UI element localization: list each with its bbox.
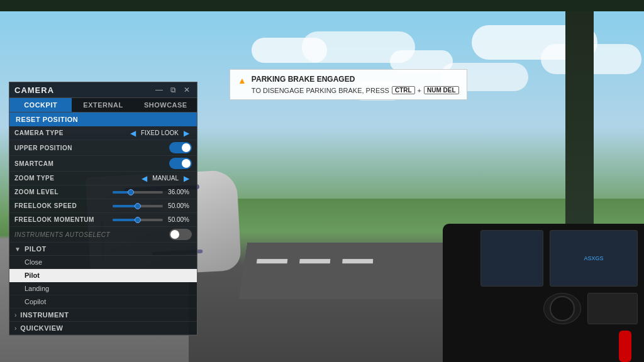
zoom-type-prev[interactable]: ◀ — [139, 174, 150, 183]
smartcam-toggle[interactable] — [169, 158, 192, 169]
zoom-level-value: 36.00% — [168, 189, 189, 195]
upper-position-toggle[interactable] — [169, 142, 192, 153]
panel-controls: — ⧉ ✕ — [154, 85, 192, 95]
camera-type-row: CAMERA TYPE ◀ FIXED LOOK ▶ — [9, 126, 197, 140]
autoselect-label: INSTRUMENTS AUTOSELECT — [14, 231, 169, 238]
pilot-chevron-icon: ▼ — [14, 246, 21, 253]
reset-position-button[interactable]: RESET POSITION — [9, 112, 197, 126]
zoom-level-label: ZOOM LEVEL — [14, 189, 103, 195]
round-instrument — [543, 293, 581, 324]
freelook-momentum-fill — [113, 219, 138, 221]
nav-instrument — [480, 230, 543, 287]
freelook-speed-row: FREELOOK SPEED 50.00% — [9, 199, 197, 213]
notification-content: ▲ PARKING BRAKE ENGAGED TO DISENGAGE PAR… — [238, 75, 459, 94]
zoom-level-slider-container: 36.00% — [103, 189, 192, 195]
freelook-speed-label: FREELOOK SPEED — [14, 202, 103, 209]
upper-position-row: UPPER POSITION — [9, 140, 197, 156]
popout-button[interactable]: ⧉ — [168, 85, 178, 95]
panel-titlebar: CAMERA — ⧉ ✕ — [9, 82, 197, 98]
freelook-momentum-row: FREELOOK MOMENTUM 50.00% — [9, 213, 197, 227]
tab-showcase[interactable]: SHOWCASE — [135, 98, 197, 112]
freelook-speed-value: 50.00% — [168, 202, 189, 209]
close-button[interactable]: ✕ — [182, 85, 192, 95]
zoom-type-row: ZOOM TYPE ◀ MANUAL ▶ — [9, 172, 197, 185]
pilot-item-landing[interactable]: Landing — [9, 282, 197, 295]
smartcam-label: SMARTCAM — [14, 160, 169, 167]
notification-text: PARKING BRAKE ENGAGED TO DISENGAGE PARKI… — [252, 75, 459, 94]
freelook-momentum-label: FREELOOK MOMENTUM — [14, 216, 103, 223]
minimize-button[interactable]: — — [154, 85, 164, 95]
key-numdel: NUM DEL — [424, 86, 459, 94]
freelook-speed-track[interactable] — [113, 205, 163, 207]
freelook-momentum-track[interactable] — [113, 219, 163, 221]
autoselect-row: INSTRUMENTS AUTOSELECT — [9, 227, 197, 243]
camera-type-label: CAMERA TYPE — [14, 129, 128, 136]
freelook-momentum-value: 50.00% — [168, 216, 189, 223]
freelook-speed-thumb[interactable] — [135, 203, 141, 209]
freelook-momentum-thumb[interactable] — [135, 217, 141, 223]
zoom-level-thumb[interactable] — [128, 189, 134, 195]
camera-type-value: FIXED LOOK — [141, 129, 179, 136]
key-ctrl: CTRL — [392, 86, 415, 94]
quickview-section-header[interactable]: › QUICKVIEW — [9, 322, 197, 335]
notification-plus: + — [418, 87, 421, 94]
autoselect-toggle[interactable] — [169, 229, 192, 240]
runway-marking — [299, 259, 330, 263]
zoom-type-next[interactable]: ▶ — [181, 174, 192, 183]
runway-marking — [257, 259, 288, 263]
camera-type-prev[interactable]: ◀ — [128, 129, 138, 138]
pilot-item-pilot[interactable]: Pilot — [9, 269, 197, 282]
camera-type-next[interactable]: ▶ — [181, 129, 192, 138]
primary-instrument: ASXGS — [550, 230, 638, 287]
runway-marking — [342, 259, 373, 263]
pilot-item-close[interactable]: Close — [9, 256, 197, 269]
notification-body: TO DISENGAGE PARKING BRAKE, PRESS CTRL +… — [252, 86, 459, 94]
cockpit-top-frame — [0, 0, 644, 11]
throttle-lever — [619, 331, 631, 362]
notification-title: PARKING BRAKE ENGAGED — [252, 75, 459, 84]
tab-cockpit[interactable]: COCKPIT — [9, 98, 72, 112]
instrument-chevron-icon: › — [14, 312, 16, 319]
freelook-speed-slider-container: 50.00% — [103, 202, 192, 209]
freelook-speed-fill — [113, 205, 138, 207]
notification-panel: ▲ PARKING BRAKE ENGAGED TO DISENGAGE PAR… — [230, 69, 467, 100]
pilot-section-header[interactable]: ▼ PILOT — [9, 243, 197, 256]
instrument-section-header[interactable]: › INSTRUMENT — [9, 309, 197, 322]
pilot-section-label: PILOT — [25, 245, 47, 253]
pilot-item-copilot[interactable]: Copilot — [9, 295, 197, 309]
instrument-panel-bg: ASXGS — [443, 224, 644, 362]
notification-prefix: TO DISENGAGE PARKING BRAKE, PRESS — [252, 87, 389, 94]
radio-panel — [587, 293, 638, 324]
smartcam-row: SMARTCAM — [9, 156, 197, 172]
zoom-type-value: MANUAL — [152, 175, 179, 182]
panel-title: CAMERA — [14, 85, 54, 95]
freelook-momentum-slider-container: 50.00% — [103, 216, 192, 223]
quickview-chevron-icon: › — [14, 325, 16, 332]
tab-row: COCKPIT EXTERNAL SHOWCASE — [9, 98, 197, 112]
zoom-level-track[interactable] — [113, 191, 163, 194]
warning-icon: ▲ — [238, 75, 247, 85]
quickview-section-label: QUICKVIEW — [20, 324, 63, 332]
zoom-type-label: ZOOM TYPE — [14, 175, 139, 182]
tab-external[interactable]: EXTERNAL — [72, 98, 134, 112]
upper-position-label: UPPER POSITION — [14, 145, 169, 151]
camera-panel: CAMERA — ⧉ ✕ COCKPIT EXTERNAL SHOWCASE R… — [9, 82, 197, 336]
instrument-section-label: INSTRUMENT — [20, 311, 69, 319]
zoom-level-row: ZOOM LEVEL 36.00% — [9, 185, 197, 199]
